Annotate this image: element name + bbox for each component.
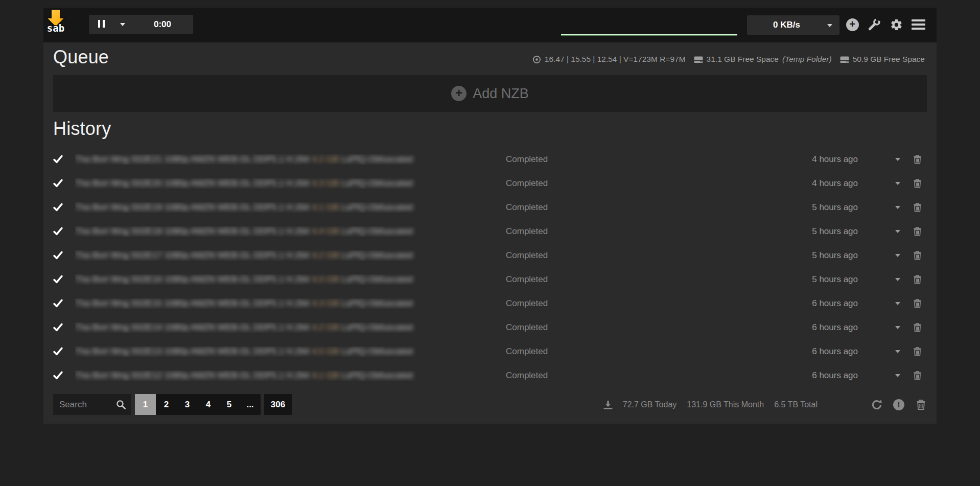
- hard-drive-icon: [694, 56, 703, 63]
- chevron-down-icon: [895, 158, 900, 161]
- history-footer: 1 2 3 4 5 ... 306 72.7 GB Today 131.9 GB…: [53, 394, 927, 415]
- chevron-down-icon: [895, 254, 900, 257]
- history-row: Tha Bort Wng S02E16 1080p AMZN WEB-DL DD…: [43, 267, 937, 291]
- info-button[interactable]: !: [893, 398, 905, 411]
- plus-circle-icon: +: [451, 86, 466, 101]
- row-actions-dropdown[interactable]: [889, 350, 907, 353]
- search-input[interactable]: [53, 400, 116, 410]
- trash-icon: [913, 298, 922, 309]
- history-item-time: 5 hours ago: [756, 274, 858, 285]
- history-item-name-blurred[interactable]: Tha Bort Wng S02E17 1080p AMZN WEB-DL DD…: [75, 250, 506, 261]
- app-container: sab 0:00 0 KB/s +: [43, 8, 937, 424]
- chevron-down-icon: [827, 24, 832, 27]
- row-delete-button[interactable]: [907, 274, 927, 285]
- row-delete-button[interactable]: [907, 371, 927, 381]
- row-actions-dropdown[interactable]: [889, 182, 907, 185]
- history-item-name-blurred[interactable]: Tha Bort Wng S02E12 1080p AMZN WEB-DL DD…: [75, 371, 506, 381]
- check-icon: [53, 299, 75, 308]
- speed-limit-dropdown[interactable]: 0 KB/s: [747, 15, 839, 35]
- add-nzb-dropzone[interactable]: + Add NZB: [53, 75, 927, 112]
- pause-duration-dropdown[interactable]: [113, 15, 132, 34]
- queue-header: Queue 16.47 | 15.55 | 12.54 | V=1723M R=…: [53, 42, 925, 75]
- refresh-button[interactable]: [871, 398, 883, 411]
- pagination-page-button[interactable]: 2: [156, 394, 177, 415]
- history-item-status: Completed: [506, 226, 756, 237]
- history-row: Tha Bort Wng S02E17 1080p AMZN WEB-DL DD…: [43, 243, 937, 267]
- check-icon: [53, 179, 75, 188]
- history-item-name-blurred[interactable]: Tha Bort Wng S02E20 1080p AMZN WEB-DL DD…: [75, 178, 506, 189]
- sabnzbd-logo[interactable]: sab: [45, 9, 66, 34]
- stat-month: 131.9 GB This Month: [687, 400, 764, 409]
- row-actions-dropdown[interactable]: [889, 254, 907, 257]
- history-item-status: Completed: [506, 346, 756, 357]
- row-actions-dropdown[interactable]: [889, 302, 907, 305]
- temp-free-space: 31.1 GB Free Space (Temp Folder): [694, 55, 832, 64]
- chevron-down-icon: [895, 302, 900, 305]
- download-icon: [603, 400, 613, 409]
- history-item-name-blurred[interactable]: Tha Bort Wng S02E14 1080p AMZN WEB-DL DD…: [75, 322, 506, 333]
- history-row: Tha Bort Wng S02E20 1080p AMZN WEB-DL DD…: [43, 171, 937, 195]
- history-item-time: 6 hours ago: [756, 322, 858, 333]
- row-delete-button[interactable]: [907, 250, 927, 261]
- pagination-page-button[interactable]: 3: [177, 394, 198, 415]
- chevron-down-icon: [895, 206, 900, 209]
- row-actions-dropdown[interactable]: [889, 278, 907, 281]
- row-delete-button[interactable]: [907, 178, 927, 189]
- pagination-page-button[interactable]: 5: [219, 394, 240, 415]
- pause-timer: 0:00: [132, 15, 193, 34]
- row-actions-dropdown[interactable]: [889, 158, 907, 161]
- main-panel: Queue 16.47 | 15.55 | 12.54 | V=1723M R=…: [43, 42, 937, 424]
- menu-hamburger-button[interactable]: [911, 15, 926, 34]
- history-item-status: Completed: [506, 154, 756, 165]
- add-nzb-button[interactable]: +: [845, 15, 860, 34]
- target-icon: [532, 55, 541, 64]
- repair-wrench-button[interactable]: [867, 15, 882, 34]
- trash-icon: [913, 371, 922, 381]
- row-delete-button[interactable]: [907, 226, 927, 237]
- history-item-name-blurred[interactable]: Tha Bort Wng S02E15 1080p AMZN WEB-DL DD…: [75, 298, 506, 309]
- row-delete-button[interactable]: [907, 322, 927, 333]
- history-item-time: 4 hours ago: [756, 154, 858, 165]
- check-icon: [53, 203, 75, 212]
- pagination-page-button[interactable]: 1: [135, 394, 156, 415]
- stat-today: 72.7 GB Today: [623, 400, 677, 409]
- history-item-status: Completed: [506, 274, 756, 285]
- row-actions-dropdown[interactable]: [889, 326, 907, 329]
- history-item-name-blurred[interactable]: Tha Bort Wng S02E13 1080p AMZN WEB-DL DD…: [75, 346, 506, 357]
- trash-icon: [913, 322, 922, 333]
- history-item-time: 6 hours ago: [756, 346, 858, 357]
- history-item-name-blurred[interactable]: Tha Bort Wng S02E21 1080p AMZN WEB-DL DD…: [75, 154, 506, 165]
- row-delete-button[interactable]: [907, 154, 927, 165]
- search-icon[interactable]: [116, 400, 126, 410]
- trash-icon: [913, 154, 922, 165]
- queue-title: Queue: [53, 47, 109, 68]
- history-item-status: Completed: [506, 250, 756, 261]
- history-item-name-blurred[interactable]: Tha Bort Wng S02E16 1080p AMZN WEB-DL DD…: [75, 274, 506, 285]
- wrench-icon: [868, 18, 881, 31]
- history-title: History: [53, 118, 111, 140]
- history-row: Tha Bort Wng S02E12 1080p AMZN WEB-DL DD…: [43, 363, 937, 387]
- chevron-down-icon: [895, 326, 900, 329]
- row-delete-button[interactable]: [907, 346, 927, 357]
- history-row: Tha Bort Wng S02E18 1080p AMZN WEB-DL DD…: [43, 219, 937, 243]
- row-actions-dropdown[interactable]: [889, 374, 907, 377]
- purge-history-button[interactable]: [915, 398, 927, 411]
- history-item-name-blurred[interactable]: Tha Bort Wng S02E19 1080p AMZN WEB-DL DD…: [75, 202, 506, 213]
- pagination-page-button[interactable]: ...: [240, 394, 261, 415]
- add-nzb-label: Add NZB: [473, 86, 529, 102]
- pagination-page-button[interactable]: 306: [264, 394, 292, 415]
- row-actions-dropdown[interactable]: [889, 206, 907, 209]
- trash-icon: [913, 274, 922, 285]
- pause-button[interactable]: [89, 15, 113, 34]
- row-delete-button[interactable]: [907, 202, 927, 213]
- top-navbar: sab 0:00 0 KB/s +: [43, 8, 937, 42]
- history-item-status: Completed: [506, 178, 756, 189]
- history-item-name-blurred[interactable]: Tha Bort Wng S02E18 1080p AMZN WEB-DL DD…: [75, 226, 506, 237]
- settings-gear-button[interactable]: [889, 15, 904, 34]
- row-actions-dropdown[interactable]: [889, 230, 907, 233]
- trash-icon: [913, 202, 922, 213]
- check-icon: [53, 371, 75, 380]
- row-delete-button[interactable]: [907, 298, 927, 309]
- pagination-page-button[interactable]: 4: [198, 394, 219, 415]
- refresh-icon: [871, 399, 883, 411]
